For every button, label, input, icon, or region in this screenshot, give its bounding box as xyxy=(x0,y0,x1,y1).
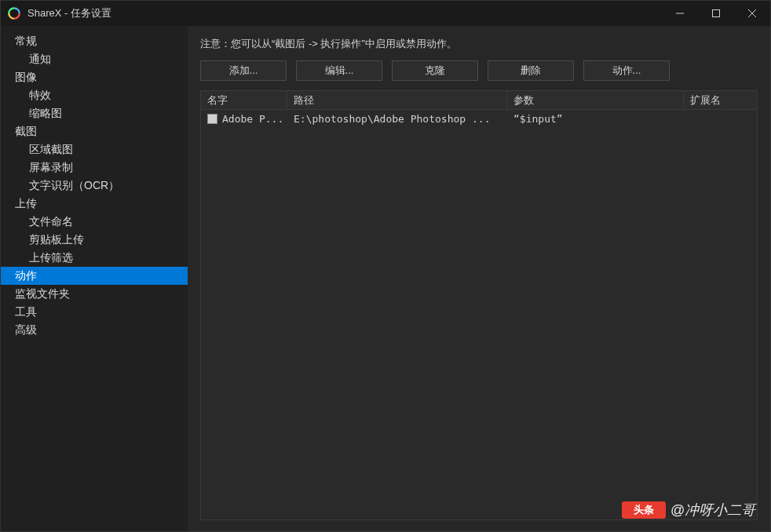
notice-text: 注意：您可以从“截图后 -> 执行操作”中启用或禁用动作。 xyxy=(200,37,758,51)
window: ShareX - 任务设置 常规通知图像特效缩略图截图区域截图屏幕录制文字识别（… xyxy=(0,0,771,532)
sidebar-item[interactable]: 区域截图 xyxy=(1,140,188,159)
sidebar: 常规通知图像特效缩略图截图区域截图屏幕录制文字识别（OCR）上传文件命名剪贴板上… xyxy=(1,26,188,531)
window-body: 常规通知图像特效缩略图截图区域截图屏幕录制文字识别（OCR）上传文件命名剪贴板上… xyxy=(1,26,770,531)
cell-path: E:\photoshop\Adobe Photoshop ... xyxy=(287,110,507,127)
actions-button[interactable]: 动作... xyxy=(583,60,670,81)
col-header-args[interactable]: 参数 xyxy=(507,91,684,109)
sidebar-item[interactable]: 监视文件夹 xyxy=(1,285,188,303)
table-header: 名字 路径 参数 扩展名 xyxy=(201,91,757,110)
cell-name: Adobe P... xyxy=(201,110,287,127)
main-panel: 注意：您可以从“截图后 -> 执行操作”中启用或禁用动作。 添加... 编辑..… xyxy=(188,26,770,531)
edit-button[interactable]: 编辑... xyxy=(296,60,382,81)
cell-args: “$input” xyxy=(507,110,684,127)
sidebar-item[interactable]: 动作 xyxy=(1,267,188,285)
sidebar-item[interactable]: 工具 xyxy=(1,303,188,321)
window-title: ShareX - 任务设置 xyxy=(27,6,662,20)
sidebar-item[interactable]: 上传筛选 xyxy=(1,249,188,267)
maximize-button[interactable] xyxy=(698,1,734,26)
sidebar-item[interactable]: 高级 xyxy=(1,321,188,339)
sidebar-item[interactable]: 缩略图 xyxy=(1,104,188,122)
sidebar-item[interactable]: 常规 xyxy=(1,32,188,50)
titlebar[interactable]: ShareX - 任务设置 xyxy=(1,1,770,26)
sidebar-item[interactable]: 上传 xyxy=(1,195,188,213)
svg-rect-5 xyxy=(713,10,720,17)
sidebar-item[interactable]: 剪贴板上传 xyxy=(1,231,188,249)
sidebar-item[interactable]: 通知 xyxy=(1,50,188,68)
clone-button[interactable]: 克隆 xyxy=(392,60,478,81)
app-icon xyxy=(7,6,21,20)
delete-button[interactable]: 删除 xyxy=(488,60,574,81)
sidebar-item[interactable]: 屏幕录制 xyxy=(1,159,188,177)
add-button[interactable]: 添加... xyxy=(200,60,287,81)
sidebar-item[interactable]: 文件命名 xyxy=(1,213,188,231)
cell-name-text: Adobe P... xyxy=(222,113,283,125)
col-header-ext[interactable]: 扩展名 xyxy=(684,91,757,109)
window-controls xyxy=(662,1,770,26)
table-row[interactable]: Adobe P...E:\photoshop\Adobe Photoshop .… xyxy=(201,110,757,127)
col-header-name[interactable]: 名字 xyxy=(201,91,287,109)
minimize-button[interactable] xyxy=(662,1,698,26)
sidebar-item[interactable]: 截图 xyxy=(1,122,188,140)
sidebar-item[interactable]: 文字识别（OCR） xyxy=(1,177,188,195)
actions-table: 名字 路径 参数 扩展名 Adobe P...E:\photoshop\Adob… xyxy=(200,90,758,520)
col-header-path[interactable]: 路径 xyxy=(287,91,507,109)
close-button[interactable] xyxy=(734,1,770,26)
row-checkbox[interactable] xyxy=(207,114,217,124)
toolbar: 添加... 编辑... 克隆 删除 动作... xyxy=(200,60,758,81)
sidebar-item[interactable]: 特效 xyxy=(1,86,188,104)
cell-ext xyxy=(684,110,757,127)
sidebar-item[interactable]: 图像 xyxy=(1,68,188,86)
